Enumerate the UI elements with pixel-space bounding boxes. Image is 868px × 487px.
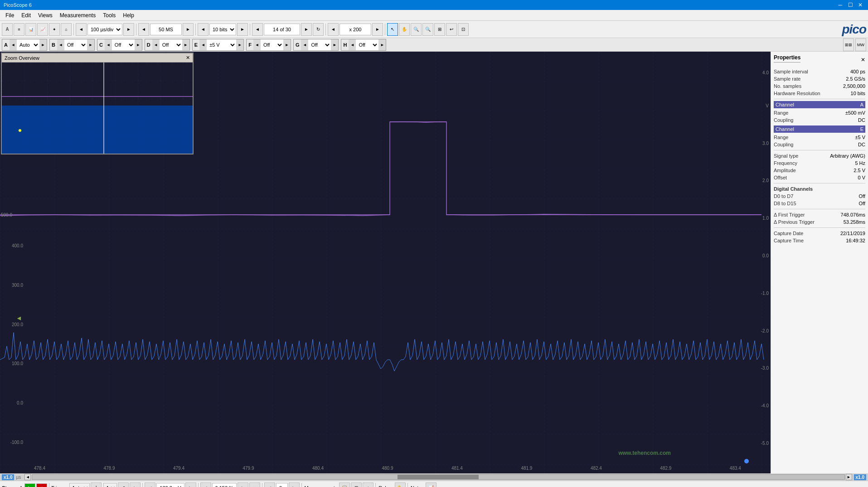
channel-a-label[interactable]: A bbox=[2, 39, 10, 50]
maximize-button[interactable]: ☐ bbox=[846, 1, 854, 9]
scrollbar-thumb[interactable] bbox=[398, 475, 479, 479]
channel-h-label[interactable]: H bbox=[341, 39, 349, 50]
res-select[interactable]: 10 bits bbox=[209, 24, 236, 35]
channel-h-prev[interactable]: ◄ bbox=[349, 39, 356, 50]
channel-d-label[interactable]: D bbox=[145, 39, 152, 50]
menu-views[interactable]: Views bbox=[34, 11, 56, 19]
menu-edit[interactable]: Edit bbox=[18, 11, 34, 19]
notes-btn[interactable]: 📝 bbox=[426, 482, 436, 487]
extra-btn1[interactable]: ⊞⊞ bbox=[843, 39, 854, 51]
trigger-type-btn[interactable]: ⌇ bbox=[91, 482, 102, 487]
channel-c-label[interactable]: C bbox=[97, 39, 105, 50]
zoom-close-btn[interactable]: ✕ bbox=[186, 55, 190, 61]
channel-a-select[interactable]: Auto bbox=[17, 39, 39, 50]
channel-mode-b-btn[interactable]: ≡ bbox=[14, 23, 24, 36]
trigger-channel-select[interactable]: A bbox=[103, 483, 117, 487]
channel-b-prev[interactable]: ◄ bbox=[57, 39, 64, 50]
channel-d-select[interactable]: Off bbox=[160, 39, 182, 50]
cursor-select-btn[interactable]: ↖ bbox=[387, 23, 398, 36]
menu-file[interactable]: File bbox=[2, 11, 18, 19]
zoom-out-btn[interactable]: 🔍 bbox=[422, 23, 433, 36]
undo-zoom-btn[interactable]: ↩ bbox=[446, 23, 457, 36]
channel-g-prev[interactable]: ◄ bbox=[301, 39, 308, 50]
zoom-next-btn[interactable]: ► bbox=[372, 23, 383, 36]
menu-tools[interactable]: Tools bbox=[99, 11, 119, 19]
channel-mode-d-btn[interactable]: 📈 bbox=[37, 23, 48, 36]
minimize-button[interactable]: ─ bbox=[836, 1, 844, 9]
timediv-prev-btn[interactable]: ◄ bbox=[76, 23, 87, 36]
channel-c-prev[interactable]: ◄ bbox=[105, 39, 112, 50]
scroll-right-btn[interactable]: ► bbox=[846, 474, 852, 480]
rulers-btn[interactable]: 📏 bbox=[395, 482, 406, 487]
channel-a-next[interactable]: ► bbox=[39, 39, 47, 50]
scope-area[interactable]: Zoom Overview ✕ bbox=[0, 52, 771, 473]
meas-btn1[interactable]: 📋 bbox=[339, 482, 350, 487]
cap-prev-btn[interactable]: ◄ bbox=[252, 23, 263, 36]
rulers-label: Rulers bbox=[378, 485, 393, 487]
channel-e-prev[interactable]: ◄ bbox=[199, 39, 207, 50]
extra-btn2[interactable]: MW bbox=[855, 39, 866, 51]
channel-h-select[interactable]: Off bbox=[356, 39, 378, 50]
threshold-next-btn[interactable]: ► bbox=[185, 482, 196, 487]
menu-help[interactable]: Help bbox=[119, 11, 138, 19]
zoom-title-bar[interactable]: Zoom Overview ✕ bbox=[2, 53, 193, 63]
trigger-mode-select[interactable]: Auto bbox=[69, 483, 90, 487]
menu-measurements[interactable]: Measurements bbox=[56, 11, 99, 19]
falling-edge-btn[interactable]: ↘ bbox=[130, 482, 141, 487]
tool1-btn[interactable]: ✦ bbox=[49, 23, 60, 36]
channel-mode-a-btn[interactable]: A bbox=[2, 23, 13, 36]
channel-g-label[interactable]: G bbox=[294, 39, 301, 50]
zoom-in-btn[interactable]: 🔍 bbox=[411, 23, 422, 36]
hysteresis-btn[interactable]: 〜 bbox=[249, 482, 260, 487]
meas-btn2[interactable]: ⊞ bbox=[351, 482, 362, 487]
channel-f-next[interactable]: ► bbox=[283, 39, 291, 50]
res-prev-btn[interactable]: ◄ bbox=[198, 23, 209, 36]
multi-zoom-btn[interactable]: ⊡ bbox=[458, 23, 469, 36]
delay-prev-btn[interactable]: ◄ bbox=[264, 482, 275, 487]
channel-e-label[interactable]: E bbox=[193, 39, 199, 50]
zoom-prev-btn[interactable]: ◄ bbox=[328, 23, 339, 36]
close-button[interactable]: ✕ bbox=[856, 1, 864, 9]
channel-f-select[interactable]: Off bbox=[261, 39, 283, 50]
channel-a-prev[interactable]: ◄ bbox=[10, 39, 17, 50]
delay-label: 0s bbox=[276, 483, 288, 487]
timediv-select[interactable]: 100 µs/div bbox=[87, 24, 122, 35]
sep1 bbox=[73, 24, 74, 35]
rising-edge-btn[interactable]: ↗ bbox=[118, 482, 129, 487]
pretrig-next-btn[interactable]: ► bbox=[183, 23, 194, 36]
tool2-btn[interactable]: ⌂ bbox=[61, 23, 72, 36]
delay-next-btn[interactable]: ► bbox=[289, 482, 300, 487]
channel-g-select[interactable]: Off bbox=[308, 39, 331, 50]
channel-b-select[interactable]: Off bbox=[64, 39, 87, 50]
channel-c-select[interactable]: Off bbox=[112, 39, 135, 50]
channel-d-prev[interactable]: ◄ bbox=[152, 39, 160, 50]
channel-g-next[interactable]: ► bbox=[331, 39, 338, 50]
meas-btn3[interactable]: ↕ bbox=[363, 482, 373, 487]
channel-c-next[interactable]: ► bbox=[135, 39, 142, 50]
channel-mode-c-btn[interactable]: 📊 bbox=[25, 23, 36, 36]
zoom-fit-btn[interactable]: ⊞ bbox=[434, 23, 445, 36]
pct-next-btn[interactable]: ► bbox=[238, 482, 248, 487]
pretrig-prev-btn[interactable]: ◄ bbox=[138, 23, 149, 36]
channel-e-select[interactable]: ±5 V bbox=[207, 39, 236, 50]
cap-refresh-btn[interactable]: ↻ bbox=[313, 23, 324, 36]
res-next-btn[interactable]: ► bbox=[237, 23, 248, 36]
channel-b-next[interactable]: ► bbox=[87, 39, 94, 50]
channel-h-next[interactable]: ► bbox=[378, 39, 386, 50]
pct-prev-btn[interactable]: ◄ bbox=[200, 482, 211, 487]
play-btn[interactable]: ▶ bbox=[24, 483, 35, 487]
channel-f-label[interactable]: F bbox=[247, 39, 253, 50]
stop-btn[interactable]: ■ bbox=[36, 483, 47, 487]
scrollbar-area[interactable]: x1.0 µs ◄ ► x1.0 bbox=[0, 473, 868, 481]
scroll-left-btn[interactable]: ◄ bbox=[24, 474, 31, 480]
channel-f-prev[interactable]: ◄ bbox=[253, 39, 261, 50]
channel-d-next[interactable]: ► bbox=[182, 39, 189, 50]
channel-e-next[interactable]: ► bbox=[236, 39, 243, 50]
cap-next-btn[interactable]: ► bbox=[301, 23, 312, 36]
channel-b-label[interactable]: B bbox=[50, 39, 57, 50]
threshold-prev-btn[interactable]: ◄ bbox=[145, 482, 155, 487]
cursor-hand-btn[interactable]: ✋ bbox=[399, 23, 410, 36]
scrollbar-track[interactable] bbox=[32, 474, 844, 480]
properties-close-btn[interactable]: ✕ bbox=[861, 57, 865, 63]
timediv-next-btn[interactable]: ► bbox=[123, 23, 134, 36]
